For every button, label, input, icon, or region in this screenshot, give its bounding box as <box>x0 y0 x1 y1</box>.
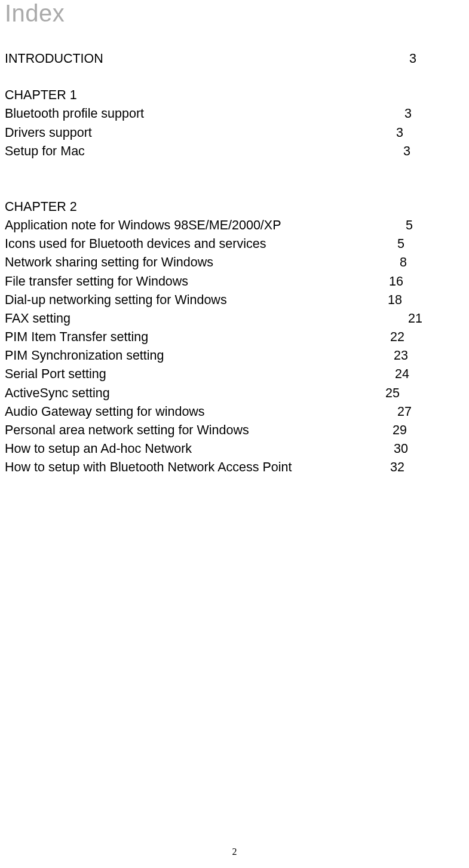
page-number: 2 <box>232 846 237 857</box>
toc-entry: Personal area network setting for Window… <box>5 421 464 440</box>
entry-label: PIM Item Transfer setting <box>5 328 148 346</box>
toc-entry: Dial-up networking setting for Windows 1… <box>5 291 464 309</box>
entry-label: Setup for Mac <box>5 142 85 161</box>
entry-label: Icons used for Bluetooth devices and ser… <box>5 235 266 253</box>
intro-label: INTRODUCTION <box>5 50 103 68</box>
entry-page: 3 <box>404 105 464 123</box>
toc-entry: Audio Gateway setting for windows 27 <box>5 403 464 421</box>
entry-page: 23 <box>394 346 464 365</box>
entry-label: Network sharing setting for Windows <box>5 253 213 272</box>
entry-page: 24 <box>395 365 464 384</box>
toc-entry: Setup for Mac 3 <box>5 142 464 161</box>
toc-entry: Application note for Windows 98SE/ME/200… <box>5 216 464 235</box>
toc-entry: File transfer setting for Windows 16 <box>5 272 464 291</box>
entry-page: 5 <box>406 216 464 235</box>
entry-page: 32 <box>390 458 464 477</box>
entry-page: 3 <box>403 142 464 161</box>
page-title: Index <box>5 0 464 27</box>
entry-page: 22 <box>390 328 464 346</box>
entry-label: Dial-up networking setting for Windows <box>5 291 227 309</box>
chapter-heading: CHAPTER 2 <box>5 198 464 216</box>
entry-page: 8 <box>400 253 464 272</box>
entry-label: Serial Port setting <box>5 365 106 384</box>
entry-label: PIM Synchronization setting <box>5 346 164 365</box>
entry-label: FAX setting <box>5 309 70 328</box>
entry-page: 3 <box>396 124 464 142</box>
entry-label: Audio Gateway setting for windows <box>5 403 205 421</box>
entry-page: 16 <box>389 272 464 291</box>
entry-page: 18 <box>388 291 464 309</box>
toc-entry: How to setup with Bluetooth Network Acce… <box>5 458 464 477</box>
entry-label: How to setup with Bluetooth Network Acce… <box>5 458 292 477</box>
entry-label: ActiveSync setting <box>5 384 110 403</box>
intro-entry: INTRODUCTION 3 <box>5 50 464 68</box>
entry-label: Drivers support <box>5 124 92 142</box>
entry-page: 30 <box>394 440 464 458</box>
entry-label: Personal area network setting for Window… <box>5 421 249 440</box>
entry-page: 25 <box>385 384 464 403</box>
toc-entry: PIM Synchronization setting 23 <box>5 346 464 365</box>
toc-entry: How to setup an Ad-hoc Network 30 <box>5 440 464 458</box>
entry-page: 21 <box>408 309 464 328</box>
toc-entry: Icons used for Bluetooth devices and ser… <box>5 235 464 253</box>
toc-entry: Bluetooth profile support 3 <box>5 105 464 123</box>
entry-page: 5 <box>397 235 464 253</box>
entry-label: File transfer setting for Windows <box>5 272 188 291</box>
entry-label: Bluetooth profile support <box>5 105 144 123</box>
entry-label: Application note for Windows 98SE/ME/200… <box>5 216 281 235</box>
toc-entry: Drivers support 3 <box>5 124 464 142</box>
entry-label: How to setup an Ad-hoc Network <box>5 440 192 458</box>
toc-entry: Serial Port setting 24 <box>5 365 464 384</box>
toc-entry: ActiveSync setting 25 <box>5 384 464 403</box>
toc-entry: Network sharing setting for Windows 8 <box>5 253 464 272</box>
intro-page: 3 <box>409 50 464 68</box>
toc-entry: PIM Item Transfer setting 22 <box>5 328 464 346</box>
toc-entry: FAX setting 21 <box>5 309 464 328</box>
entry-page: 29 <box>393 421 464 440</box>
entry-page: 27 <box>397 403 464 421</box>
chapter-heading: CHAPTER 1 <box>5 86 464 105</box>
